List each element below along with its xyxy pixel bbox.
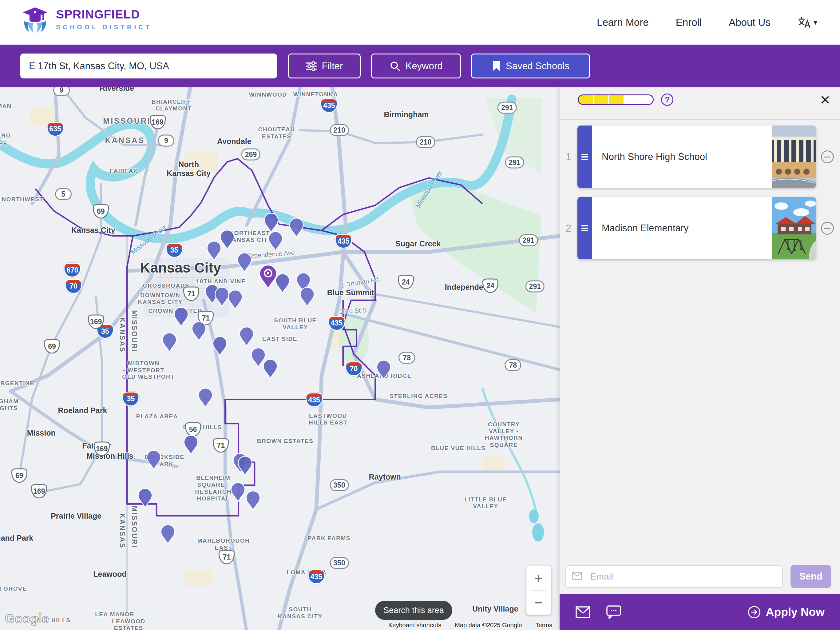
map-markers (0, 87, 560, 630)
school-marker[interactable] (231, 482, 246, 502)
drag-handle-icon[interactable] (578, 197, 592, 259)
search-this-area-button[interactable]: Search this area (375, 601, 452, 620)
school-marker[interactable] (237, 456, 253, 476)
searched-address-pin[interactable] (259, 264, 277, 289)
progress-segment (594, 95, 609, 104)
panel-divider (560, 119, 840, 120)
nav-item[interactable]: About Us (729, 17, 771, 28)
school-marker[interactable] (376, 359, 392, 380)
translate-icon (797, 16, 811, 28)
nav-item[interactable]: Learn More (597, 17, 649, 28)
remove-school-button[interactable] (821, 222, 834, 235)
terms-link[interactable]: Terms (535, 622, 552, 629)
progress-bar (578, 95, 654, 105)
school-rank: 1 (560, 151, 578, 163)
school-name: North Shore High School (592, 125, 772, 188)
school-marker[interactable] (220, 230, 235, 250)
remove-school-button[interactable] (821, 150, 834, 163)
toolbar: Filter Keyword Saved Schools (0, 44, 840, 87)
apply-now-button[interactable]: Apply Now (747, 605, 825, 619)
brand-name: SPRINGFIELD (56, 8, 152, 21)
bookmark-icon (492, 60, 501, 72)
search-icon (390, 60, 401, 72)
chat-icon[interactable] (606, 605, 621, 619)
school-marker[interactable] (262, 359, 278, 379)
school-photo (772, 125, 816, 188)
school-marker[interactable] (212, 336, 227, 356)
help-icon[interactable]: ? (661, 93, 673, 106)
zoom-in-button[interactable]: + (526, 566, 551, 590)
filter-button[interactable]: Filter (288, 54, 361, 78)
school-marker[interactable] (289, 217, 304, 238)
zoom-out-button[interactable]: − (526, 590, 551, 615)
mail-icon[interactable] (576, 606, 591, 618)
keyboard-shortcuts-link[interactable]: Keyboard shortcuts (388, 622, 441, 629)
email-field[interactable] (565, 565, 783, 588)
close-icon[interactable]: × (820, 91, 830, 108)
arrow-circle-icon (747, 605, 761, 619)
school-card[interactable]: Madison Elementary (578, 197, 816, 259)
language-selector[interactable]: ▾ (797, 16, 817, 28)
school-row: 2Madison Elementary (560, 197, 840, 259)
filter-label: Filter (322, 60, 343, 72)
school-rank: 2 (560, 222, 578, 234)
address-search-input[interactable] (20, 54, 277, 78)
school-marker[interactable] (245, 490, 261, 511)
chevron-down-icon: ▾ (813, 18, 817, 27)
keyword-label: Keyword (406, 60, 443, 72)
keyword-button[interactable]: Keyword (371, 54, 461, 78)
email-section: Send (560, 554, 840, 594)
school-marker[interactable] (264, 213, 279, 233)
saved-schools-label: Saved Schools (506, 60, 569, 72)
panel-footer: Apply Now (560, 594, 840, 630)
progress-segment (638, 95, 653, 104)
school-marker[interactable] (162, 332, 177, 353)
saved-schools-panel: ? × 1North Shore High School2Madison Ele… (560, 87, 840, 630)
map-zoom-control: + − (526, 566, 551, 615)
map-data-text: Map data ©2025 Google (455, 622, 522, 629)
school-marker[interactable] (214, 287, 229, 307)
filter-sliders-icon (306, 61, 317, 71)
school-photo (772, 197, 816, 259)
school-marker[interactable] (160, 524, 175, 545)
send-button[interactable]: Send (791, 565, 831, 588)
school-marker[interactable] (198, 388, 213, 408)
app: SPRINGFIELD SCHOOL DISTRICT Learn MoreEn… (0, 0, 840, 630)
school-row: 1North Shore High School (560, 125, 840, 188)
school-card[interactable]: North Shore High School (578, 125, 816, 188)
apply-now-label: Apply Now (766, 606, 825, 619)
school-name: Madison Elementary (592, 197, 772, 259)
school-marker[interactable] (300, 287, 314, 307)
map-canvas[interactable]: RiversideRiver BendBirminghamAvondaleNor… (0, 87, 560, 630)
map-attribution: Keyboard shortcuts Map data ©2025 Google… (388, 622, 552, 629)
district-logo[interactable]: SPRINGFIELD SCHOOL DISTRICT (20, 4, 152, 34)
school-marker[interactable] (191, 321, 206, 342)
saved-schools-button[interactable]: Saved Schools (471, 54, 590, 78)
school-marker[interactable] (228, 290, 243, 310)
nav-item[interactable]: Enroll (676, 17, 702, 28)
school-marker[interactable] (138, 488, 153, 508)
progress-segment (624, 95, 639, 104)
google-logo[interactable]: Google (5, 612, 49, 626)
school-list: 1North Shore High School2Madison Element… (560, 125, 840, 268)
school-marker[interactable] (206, 241, 221, 261)
school-marker[interactable] (237, 253, 252, 273)
school-marker[interactable] (174, 307, 189, 327)
school-marker[interactable] (239, 326, 254, 347)
school-marker[interactable] (146, 450, 161, 470)
brand-tagline: SCHOOL DISTRICT (56, 24, 152, 31)
nav: Learn MoreEnrollAbout Us ▾ (597, 0, 817, 44)
school-marker[interactable] (268, 231, 283, 251)
drag-handle-icon[interactable] (578, 125, 592, 188)
header: SPRINGFIELD SCHOOL DISTRICT Learn MoreEn… (0, 0, 840, 44)
school-marker[interactable] (183, 435, 198, 455)
progress-segment (609, 95, 624, 104)
logo-icon (20, 4, 50, 34)
progress-segment (579, 95, 594, 104)
